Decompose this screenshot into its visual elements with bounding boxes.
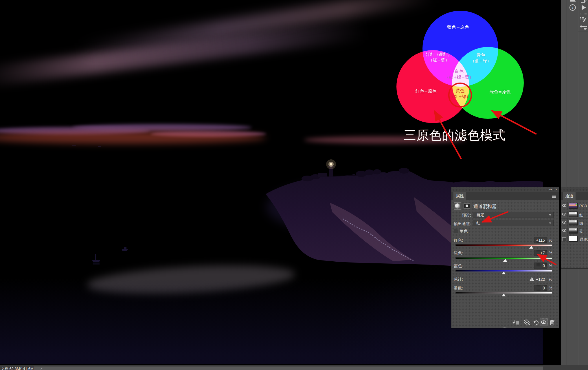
preset-label: 预设: [451,213,471,218]
checkbox[interactable] [562,237,566,241]
dock-grip[interactable] [580,13,587,14]
venn-label-white: 白色 （红+绿+蓝） [435,68,483,80]
right-panel-dock: i [561,0,588,365]
panel-topbar: ◀◀ × [451,187,559,192]
actions-play-icon[interactable] [582,5,586,10]
green-unit: % [549,251,552,255]
eye-icon [541,320,546,324]
dock-divider [567,12,578,12]
lighthouse [318,159,336,177]
horizontal-scrollbar[interactable] [34,367,543,370]
tab-channels[interactable]: 通道 [563,192,576,200]
thumb-dot [575,212,576,214]
channel-thumbnail-gray[interactable] [569,228,578,234]
channel-row-blue[interactable]: 蓝 [561,227,588,235]
constant-value-field[interactable]: 0 [534,285,547,291]
adjustment-title: 通道混和器 [473,204,497,210]
chevron-down-icon [549,223,551,224]
tab-properties[interactable]: 属性 [453,192,466,200]
channel-row-mask[interactable]: 通道混... [561,235,588,243]
document-size-info: 文档:62.3M/141.6M [1,366,34,370]
status-expand-chevron[interactable]: ＞ [40,366,43,370]
view-previous-state-icon[interactable] [523,320,531,325]
red-slider-label: 红色: [454,238,463,243]
blue-unit: % [549,263,552,268]
dock-divider [567,0,567,365]
channels-tabstrip: 通道 [561,192,588,200]
info-icon[interactable]: i [569,4,576,11]
dock-divider [578,32,588,32]
red-value-field[interactable]: +115 [534,237,547,243]
thumb-dot [575,229,576,230]
preset-dropdown[interactable]: 自定 [473,212,554,218]
brush-settings-icon[interactable] [580,16,587,23]
constant-slider-thumb[interactable] [502,294,506,296]
channel-mixer-glyph [455,203,460,209]
boats [72,145,128,265]
channel-thumbnail-gray[interactable] [569,212,578,217]
channel-name: 红 [579,213,583,218]
annotation-caption: 三原色的滤色模式 [404,127,514,144]
channels-panel-topbar [561,187,588,192]
visibility-checkbox[interactable] [561,235,567,243]
red-slider-thumb[interactable] [529,246,533,249]
blue-value-field[interactable]: 0 [534,263,547,269]
channel-row-green[interactable]: 绿 [561,219,588,227]
constant-slider[interactable] [455,293,552,297]
channel-thumbnail-gray[interactable] [569,220,578,225]
venn-label-red: 红色=原色 [403,88,449,94]
panel-resize-grip[interactable] [502,327,509,328]
monochrome-checkbox[interactable] [454,229,458,233]
visibility-eye-icon[interactable] [561,227,567,235]
properties-panel: ◀◀ × 属性 通道混和器 预设: 自定 输出通道: 红 单色 [451,187,559,328]
mask-thumbnail-icon [464,203,470,209]
thumb-dot [576,204,577,205]
blue-slider-thumb[interactable] [502,271,506,274]
visibility-eye-icon[interactable] [561,202,567,210]
photoshop-window: 蓝色=原色 洋红（品红） （红+蓝） 青色 （蓝+绿） 白色 （红+绿+蓝） 黄… [0,0,588,370]
channel-thumbnail-mask[interactable] [569,236,578,242]
visibility-eye-icon[interactable] [561,219,567,227]
green-slider-label: 绿色: [454,251,463,256]
blue-slider[interactable] [455,271,552,275]
green-slider[interactable] [455,258,552,262]
venn-label-green: 绿色=原色 [477,89,523,95]
channels-panel: 通道 RGB 红 [561,187,588,269]
chevron-down-icon [549,214,551,216]
status-bar: 文档:62.3M/141.6M ＞ [0,365,588,370]
panel-drop-divider [562,262,588,262]
channel-row-rgb[interactable]: RGB [561,202,588,210]
green-slider-thumb[interactable] [503,259,507,262]
channel-name: RGB [579,204,587,208]
channel-name: 蓝 [579,229,583,234]
monochrome-label: 单色 [460,229,468,234]
panel-menu-icon[interactable] [552,195,556,198]
visibility-eye-icon[interactable] [561,211,567,218]
timeline-icon[interactable] [581,0,587,3]
channel-name: 绿 [579,221,583,226]
collapse-panel-icon[interactable]: ◀◀ [549,188,552,190]
green-value-field[interactable]: +7 [534,250,547,256]
warning-icon [530,277,534,281]
output-channel-dropdown[interactable]: 红 [473,220,554,226]
total-label: 总计: [454,277,463,282]
libraries-icon[interactable] [570,0,576,2]
red-slider[interactable] [455,245,552,249]
venn-label-blue: 蓝色=原色 [435,24,481,30]
clip-to-layer-icon[interactable] [512,320,519,325]
properties-tabstrip: 属性 [451,192,559,200]
constant-unit: % [549,286,552,290]
channel-name: 通道混... [579,237,588,242]
channel-thumbnail-rgb[interactable] [569,203,578,209]
total-unit: % [549,277,552,282]
visibility-toggle-button[interactable] [540,318,548,326]
thumb-dot [575,220,576,222]
channel-row-red[interactable]: 红 [561,211,588,219]
reset-icon[interactable] [533,320,539,325]
mask-circle [466,205,468,207]
tool-presets-icon[interactable] [580,24,587,30]
venn-label-magenta: 洋红（品红） （红+蓝） [413,51,465,63]
close-panel-icon[interactable]: × [555,187,557,192]
dock-divider [578,0,578,365]
trash-icon[interactable] [550,320,554,325]
